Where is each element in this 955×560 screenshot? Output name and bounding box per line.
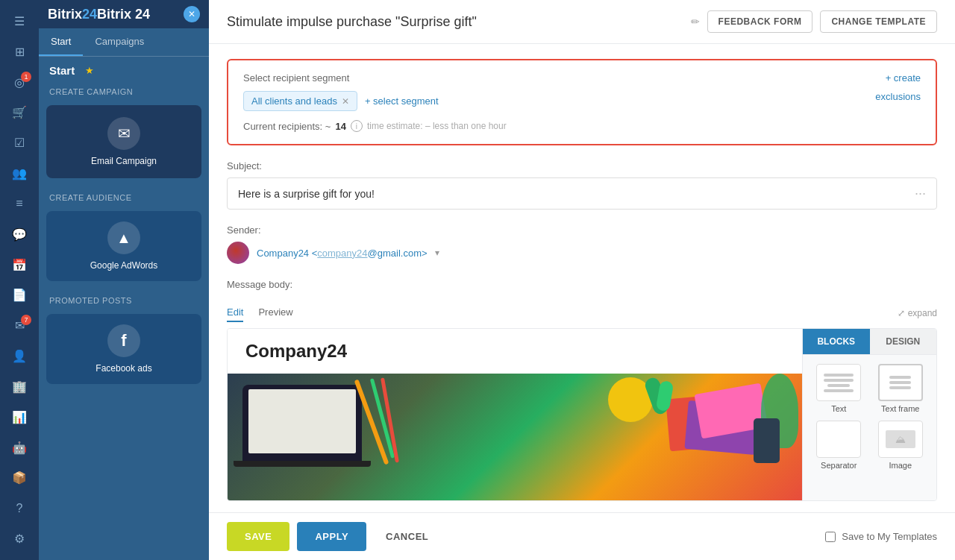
- edit-title-icon[interactable]: ✏: [691, 16, 700, 28]
- topbar: Stimulate impulse purchase "Surprise gif…: [209, 0, 955, 44]
- time-estimate: time estimate: – less than one hour: [367, 121, 507, 131]
- email-image: [228, 374, 802, 500]
- expand-icon: ⤢: [898, 308, 905, 318]
- home-icon[interactable]: ⊞: [6, 40, 33, 64]
- facebook-ads-card[interactable]: f Facebook ads: [46, 314, 201, 384]
- subject-input[interactable]: [238, 188, 915, 200]
- current-recipients-label: Current recipients: ~: [243, 121, 331, 132]
- mail-badge: 7: [21, 315, 31, 325]
- tab-design[interactable]: DESIGN: [870, 329, 937, 354]
- menu-icon[interactable]: ☰: [6, 9, 33, 34]
- edit-preview-tabs: Edit Preview: [227, 303, 293, 322]
- sender-email[interactable]: Company24 <company24@gmail.com>: [257, 248, 428, 259]
- help-icon[interactable]: ?: [6, 496, 33, 520]
- segment-label: Select recipient segment: [243, 72, 875, 84]
- cart-icon[interactable]: 🛒: [6, 100, 33, 125]
- message-section: Message body: Edit Preview ⤢ expand Comp…: [227, 279, 937, 501]
- box-icon[interactable]: 📦: [6, 465, 33, 490]
- doc-icon[interactable]: 📄: [6, 283, 33, 307]
- email-preview: Company24: [228, 329, 802, 500]
- remove-segment-icon[interactable]: ✕: [342, 96, 349, 107]
- facebook-ads-label: Facebook ads: [96, 363, 151, 374]
- save-template-row: Save to My Templates: [825, 531, 937, 542]
- recipients-count: 14: [335, 121, 345, 132]
- create-audience-title: Create audience: [39, 183, 209, 207]
- select-segment-button[interactable]: + select segment: [365, 95, 439, 107]
- adwords-icon: ▲: [107, 221, 140, 254]
- feedback-form-button[interactable]: FEEDBACK FORM: [707, 10, 813, 33]
- tab-start[interactable]: Start: [39, 28, 83, 56]
- sender-avatar-img: [227, 242, 249, 264]
- email-campaign-card[interactable]: ✉ Email Campaign: [46, 105, 201, 178]
- building-icon[interactable]: 🏢: [6, 374, 33, 399]
- segment-tag-label: All clients and leads: [251, 95, 337, 107]
- subject-label: Subject:: [227, 160, 937, 172]
- content-area: Select recipient segment All clients and…: [209, 44, 955, 512]
- recipients-row: Current recipients: ~ 14 i time estimate…: [243, 120, 875, 132]
- block-item-text-frame[interactable]: Text frame: [874, 364, 928, 413]
- tab-campaigns[interactable]: Campaigns: [83, 28, 156, 56]
- email-campaign-icon: ✉: [107, 117, 140, 150]
- users-icon[interactable]: 👤: [6, 344, 33, 368]
- calendar-icon[interactable]: 📅: [6, 253, 33, 277]
- save-button[interactable]: SAVE: [227, 522, 289, 551]
- block-image-label: Image: [889, 461, 912, 470]
- blocks-grid: Text Text frame: [803, 355, 936, 479]
- change-template-button[interactable]: CHANGE TEMPLATE: [820, 10, 937, 33]
- tab-blocks[interactable]: BLOCKS: [803, 329, 870, 354]
- tab-edit[interactable]: Edit: [227, 303, 243, 322]
- left-panel: Bitrix24Bitrix 24 ✕ Start Campaigns Star…: [39, 0, 209, 560]
- sender-avatar: [227, 242, 249, 264]
- list-icon[interactable]: ≡: [6, 192, 33, 216]
- bottom-bar: SAVE APPLY CANCEL Save to My Templates: [209, 512, 955, 560]
- message-body-label: Message body:: [227, 279, 292, 290]
- stats-icon[interactable]: 📊: [6, 405, 33, 430]
- subject-row: ···: [227, 177, 937, 210]
- sender-dropdown-icon[interactable]: ▾: [435, 248, 439, 258]
- email-company-name: Company24: [228, 329, 802, 374]
- cancel-button[interactable]: CANCEL: [374, 522, 440, 551]
- segment-box: Select recipient segment All clients and…: [227, 59, 937, 145]
- robot-icon[interactable]: 🤖: [6, 435, 33, 460]
- people-icon[interactable]: 👥: [6, 161, 33, 186]
- save-template-checkbox[interactable]: [825, 532, 836, 542]
- close-panel-button[interactable]: ✕: [184, 6, 200, 22]
- sender-label: Sender:: [227, 224, 937, 236]
- text-line-4: [824, 389, 854, 392]
- block-item-separator[interactable]: Separator: [812, 421, 866, 470]
- sidebar: ☰ ⊞ ◎ 1 🛒 ☑ 👥 ≡ 💬 📅 📄 ✉ 7 👤 🏢 📊 🤖 📦 ? ⚙: [0, 0, 39, 560]
- start-label: Start: [49, 64, 75, 77]
- block-item-image[interactable]: ⛰ Image: [874, 421, 928, 470]
- text-line-1: [824, 374, 854, 377]
- text-line-2: [824, 379, 854, 382]
- info-icon[interactable]: i: [351, 120, 363, 132]
- main-area: Stimulate impulse purchase "Surprise gif…: [209, 0, 955, 560]
- check-icon[interactable]: ☑: [6, 130, 33, 155]
- frame-line-2: [889, 381, 911, 384]
- segment-tag[interactable]: All clients and leads ✕: [243, 91, 357, 111]
- block-item-text[interactable]: Text: [812, 364, 866, 413]
- frame-line-1: [889, 376, 911, 379]
- chat-icon[interactable]: 💬: [6, 222, 33, 247]
- mail-icon[interactable]: ✉ 7: [6, 313, 33, 338]
- left-panel-header: Bitrix24Bitrix 24 ✕: [39, 0, 209, 28]
- tab-preview[interactable]: Preview: [258, 303, 292, 322]
- expand-button[interactable]: ⤢ expand: [898, 308, 937, 318]
- target-icon[interactable]: ◎ 1: [6, 70, 33, 95]
- create-campaign-title: Create Campaign: [39, 77, 209, 101]
- google-adwords-label: Google AdWords: [90, 260, 158, 271]
- block-text-frame-label: Text frame: [881, 404, 919, 413]
- image-thumb-visual: ⛰: [886, 430, 915, 448]
- email-design-row: Company24: [227, 328, 937, 501]
- google-adwords-card[interactable]: ▲ Google AdWords: [46, 211, 201, 281]
- create-segment-button[interactable]: + create: [886, 72, 921, 84]
- subject-options-icon[interactable]: ···: [915, 186, 926, 201]
- promoted-posts-title: Promoted posts: [39, 286, 209, 309]
- expand-label: expand: [908, 308, 937, 318]
- settings2-icon[interactable]: ⚙: [6, 526, 33, 551]
- sender-row: Company24 <company24@gmail.com> ▾: [227, 242, 937, 264]
- separator-block-thumb: [816, 421, 861, 458]
- apply-button[interactable]: APPLY: [297, 522, 366, 551]
- exclusions-link[interactable]: exclusions: [875, 91, 921, 102]
- star-icon: ★: [85, 65, 94, 76]
